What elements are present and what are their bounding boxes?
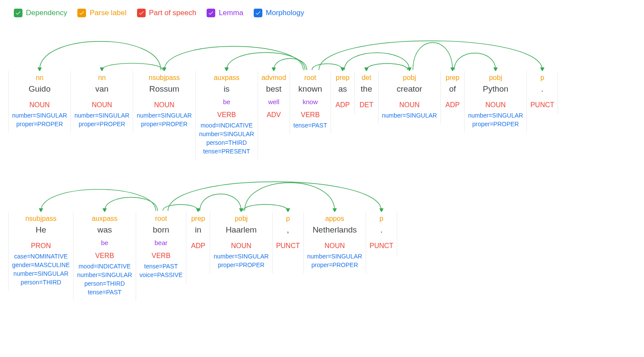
- token: p.PUNCT: [366, 212, 397, 255]
- morphology-feature: number=SINGULAR: [468, 112, 523, 119]
- token-text: Python: [483, 84, 508, 95]
- token-text: is: [223, 84, 230, 95]
- token-text: as: [338, 84, 347, 95]
- lemma: well: [268, 98, 279, 106]
- morphology-feature: person=THIRD: [199, 139, 254, 146]
- token-text: van: [96, 84, 109, 95]
- morphology-feature: proper=PROPER: [214, 261, 268, 268]
- morphology-feature: proper=PROPER: [74, 121, 129, 128]
- morphology-feature: proper=PROPER: [468, 121, 523, 128]
- part-of-speech: VERB: [95, 252, 114, 260]
- part-of-speech: DET: [360, 101, 373, 109]
- part-of-speech: NOUN: [485, 101, 506, 109]
- parse-label: auxpass: [92, 214, 118, 223]
- part-of-speech: NOUN: [231, 242, 251, 250]
- parse-label: prep: [336, 73, 350, 82]
- morphology-feature: case=NOMINATIVE: [12, 253, 70, 260]
- token-text: creator: [397, 84, 422, 95]
- legend-morphology[interactable]: Morphology: [254, 9, 304, 17]
- parse-label: nn: [36, 73, 44, 82]
- morphology-feature: proper=PROPER: [307, 261, 362, 268]
- lemma: be: [223, 98, 230, 106]
- legend-parse-label[interactable]: Parse label: [77, 9, 126, 17]
- parse-label: prep: [191, 214, 205, 223]
- parse-label: nsubjpass: [149, 73, 180, 82]
- token-text: Haarlem: [226, 225, 257, 236]
- morphology-block: number=SINGULAR: [382, 112, 437, 119]
- morphology-feature: number=SINGULAR: [74, 112, 129, 119]
- token-text: .: [541, 84, 543, 95]
- morphology-feature: tense=PAST: [77, 289, 132, 296]
- check-icon: [77, 9, 86, 17]
- legend-label: Morphology: [266, 9, 304, 17]
- token: prepinADP: [186, 212, 210, 255]
- lemma: bear: [155, 239, 168, 247]
- part-of-speech: VERB: [217, 111, 236, 119]
- parse-label: p: [540, 73, 544, 82]
- check-icon: [137, 9, 146, 17]
- sentences-container: nnGuidoNOUNnumber=SINGULARproper=PROPERn…: [9, 28, 635, 301]
- morphology-feature: number=SINGULAR: [307, 253, 362, 260]
- legend-dependency[interactable]: Dependency: [14, 9, 67, 17]
- legend-pos[interactable]: Part of speech: [137, 9, 197, 17]
- part-of-speech: VERB: [152, 252, 171, 260]
- morphology-feature: number=SINGULAR: [214, 253, 268, 260]
- morphology-feature: mood=INDICATIVE: [77, 263, 132, 270]
- legend-lemma[interactable]: Lemma: [207, 9, 243, 17]
- token: nsubjpassRossumNOUNnumber=SINGULARproper…: [133, 71, 195, 133]
- token: auxpasswasbeVERBmood=INDICATIVEnumber=SI…: [73, 212, 136, 301]
- token: auxpassisbeVERBmood=INDICATIVEnumber=SIN…: [195, 71, 258, 160]
- token-text: of: [449, 84, 456, 95]
- lemma: know: [303, 98, 318, 106]
- morphology-feature: mood=INDICATIVE: [199, 122, 254, 129]
- token-row: nsubjpassHePRONcase=NOMINATIVEgender=MAS…: [9, 212, 635, 301]
- token: rootbornbearVERBtense=PASTvoice=PASSIVE: [136, 212, 187, 284]
- parse-label: pobj: [403, 73, 416, 82]
- token: prepofADP: [440, 71, 465, 114]
- dependency-arc: [454, 53, 496, 70]
- part-of-speech: NOUN: [325, 242, 345, 250]
- token: nsubjpassHePRONcase=NOMINATIVEgender=MAS…: [8, 212, 73, 291]
- token: prepasADP: [331, 71, 355, 114]
- dependency-arc: [319, 41, 542, 70]
- token: pobjcreatorNOUNnumber=SINGULAR: [378, 71, 441, 124]
- morphology-block: number=SINGULARproper=PROPER: [214, 253, 268, 268]
- token-text: ,: [287, 225, 289, 236]
- morphology-block: number=SINGULARproper=PROPER: [137, 112, 191, 128]
- token: pobjHaarlemNOUNnumber=SINGULARproper=PRO…: [210, 212, 272, 274]
- token: nnGuidoNOUNnumber=SINGULARproper=PROPER: [8, 71, 71, 133]
- token-text: Guido: [29, 84, 51, 95]
- dependency-arc: [40, 41, 161, 70]
- token-text: was: [97, 225, 112, 236]
- part-of-speech: ADP: [446, 101, 460, 109]
- legend-bar: Dependency Parse label Part of speech Le…: [9, 4, 635, 22]
- morphology-block: mood=INDICATIVEnumber=SINGULARperson=THI…: [77, 263, 132, 296]
- morphology-feature: voice=PASSIVE: [140, 271, 183, 278]
- part-of-speech: PUNCT: [276, 242, 300, 250]
- morphology-feature: person=THIRD: [12, 279, 70, 286]
- morphology-feature: tense=PRESENT: [199, 148, 254, 155]
- morphology-block: tense=PAST: [293, 122, 327, 129]
- morphology-feature: gender=MASCULINE: [12, 261, 70, 268]
- parse-label: pobj: [489, 73, 502, 82]
- token: nnvanNOUNnumber=SINGULARproper=PROPER: [70, 71, 133, 133]
- parse-label: pobj: [235, 214, 248, 223]
- sentence: nsubjpassHePRONcase=NOMINATIVEgender=MAS…: [9, 169, 635, 301]
- morphology-block: number=SINGULARproper=PROPER: [307, 253, 362, 268]
- token: dettheDET: [354, 71, 379, 114]
- morphology-feature: tense=PAST: [140, 263, 183, 270]
- morphology-block: mood=INDICATIVEnumber=SINGULARperson=THI…: [199, 122, 254, 155]
- token-text: in: [195, 225, 201, 236]
- dependency-arc: [226, 52, 305, 70]
- dependency-arc: [41, 189, 156, 211]
- check-icon: [254, 9, 262, 17]
- check-icon: [207, 9, 215, 17]
- morphology-feature: number=SINGULAR: [382, 112, 437, 119]
- parse-label: appos: [325, 214, 344, 223]
- dependency-arc: [243, 204, 288, 211]
- part-of-speech: PUNCT: [370, 242, 393, 250]
- part-of-speech: NOUN: [154, 101, 174, 109]
- token: advmodbestwellADV: [258, 71, 290, 124]
- token: p,PUNCT: [272, 212, 304, 255]
- morphology-feature: number=SINGULAR: [199, 131, 254, 137]
